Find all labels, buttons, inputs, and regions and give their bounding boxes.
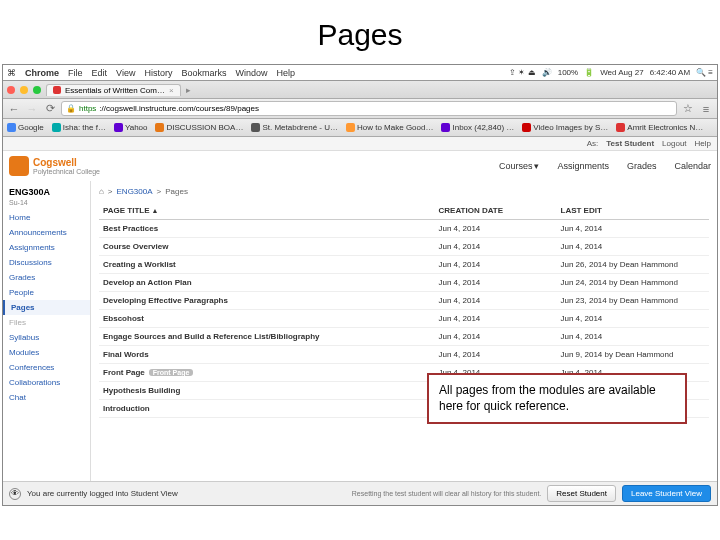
crumb-current: Pages — [165, 187, 188, 196]
nav-grades[interactable]: Grades — [627, 161, 657, 171]
table-row[interactable]: Develop an Action PlanJun 4, 2014Jun 24,… — [99, 274, 709, 292]
battery-icon: 🔋 — [584, 68, 594, 77]
slide-title: Pages — [0, 0, 720, 64]
logo-icon — [9, 156, 29, 176]
menu-window[interactable]: Window — [235, 68, 267, 78]
menu-bookmarks[interactable]: Bookmarks — [181, 68, 226, 78]
menu-view[interactable]: View — [116, 68, 135, 78]
table-row[interactable]: Creating a WorklistJun 4, 2014Jun 26, 20… — [99, 256, 709, 274]
sidebar-item-conferences[interactable]: Conferences — [3, 360, 90, 375]
tab-title: Essentials of Written Com… — [65, 86, 165, 95]
sidebar-item-announcements[interactable]: Announcements — [3, 225, 90, 240]
clock-date: Wed Aug 27 — [600, 68, 643, 77]
lock-icon: 🔒 — [66, 104, 76, 113]
nav-courses[interactable]: Courses ▾ — [499, 161, 540, 171]
back-icon[interactable]: ← — [7, 102, 21, 116]
bookmark-item[interactable]: Yahoo — [114, 123, 148, 132]
app-name: Chrome — [25, 68, 59, 78]
nav-assignments[interactable]: Assignments — [557, 161, 609, 171]
volume-icon: 🔊 — [542, 68, 552, 77]
annotation-callout: All pages from the modules are available… — [427, 373, 687, 424]
menu-icon[interactable]: ≡ — [699, 102, 713, 116]
close-icon[interactable] — [7, 86, 15, 94]
logout-link[interactable]: Logout — [662, 139, 686, 148]
new-tab-icon[interactable]: ▸ — [186, 85, 191, 95]
main-content: ⌂ > ENG300A > Pages PAGE TITLE CREATION … — [91, 181, 717, 481]
bookmark-item[interactable]: How to Make Good… — [346, 123, 433, 132]
front-page-badge: Front Page — [149, 369, 194, 376]
url-text: ://cogswell.instructure.com/courses/89/p… — [99, 104, 259, 113]
bookmark-item[interactable]: Google — [7, 123, 44, 132]
leave-student-view-button[interactable]: Leave Student View — [622, 485, 711, 502]
os-menubar: ⌘ Chrome File Edit View History Bookmark… — [3, 65, 717, 81]
clock-time: 6:42:40 AM — [650, 68, 690, 77]
bookmark-item[interactable]: Inbox (42,840) … — [441, 123, 514, 132]
address-bar[interactable]: 🔒 https ://cogswell.instructure.com/cour… — [61, 101, 677, 116]
menu-history[interactable]: History — [144, 68, 172, 78]
url-scheme: https — [79, 104, 96, 113]
bookmark-item[interactable]: Video Images by S… — [522, 123, 608, 132]
reload-icon[interactable]: ⟳ — [43, 102, 57, 116]
student-name: Test Student — [606, 139, 654, 148]
logo: Cogswell Polytechnical College — [9, 156, 100, 176]
apple-icon: ⌘ — [7, 68, 16, 78]
menu-file[interactable]: File — [68, 68, 83, 78]
brand-bar: Cogswell Polytechnical College Courses ▾… — [3, 151, 717, 181]
help-link[interactable]: Help — [695, 139, 711, 148]
table-row[interactable]: Developing Effective ParagraphsJun 4, 20… — [99, 292, 709, 310]
browser-tab[interactable]: Essentials of Written Com… × — [46, 84, 181, 96]
sidebar-item-modules[interactable]: Modules — [3, 345, 90, 360]
user-bar: As: Test Student Logout Help — [3, 137, 717, 151]
reset-student-button[interactable]: Reset Student — [547, 485, 616, 502]
sidebar-item-discussions[interactable]: Discussions — [3, 255, 90, 270]
maximize-icon[interactable] — [33, 86, 41, 94]
col-title[interactable]: PAGE TITLE — [99, 202, 435, 220]
sidebar-nav: HomeAnnouncementsAssignmentsDiscussionsG… — [3, 210, 90, 405]
table-row[interactable]: Final WordsJun 4, 2014Jun 9, 2014 by Dea… — [99, 346, 709, 364]
window-titlebar: Essentials of Written Com… × ▸ — [3, 81, 717, 99]
bookmark-item[interactable]: Amrit Electronics N… — [616, 123, 703, 132]
sidebar-item-people[interactable]: People — [3, 285, 90, 300]
sidebar-item-grades[interactable]: Grades — [3, 270, 90, 285]
sidebar-item-chat[interactable]: Chat — [3, 390, 90, 405]
col-edit[interactable]: LAST EDIT — [557, 202, 710, 220]
minimize-icon[interactable] — [20, 86, 28, 94]
menu-edit[interactable]: Edit — [92, 68, 108, 78]
sidebar-item-assignments[interactable]: Assignments — [3, 240, 90, 255]
bookmark-item[interactable]: Isha: the f… — [52, 123, 106, 132]
table-row[interactable]: Best PracticesJun 4, 2014Jun 4, 2014 — [99, 220, 709, 238]
sidebar-item-syllabus[interactable]: Syllabus — [3, 330, 90, 345]
table-row[interactable]: EbscohostJun 4, 2014Jun 4, 2014 — [99, 310, 709, 328]
home-icon[interactable]: ⌂ — [99, 187, 104, 196]
student-view-note: Resetting the test student will clear al… — [352, 490, 541, 497]
breadcrumb: ⌂ > ENG300A > Pages — [99, 185, 709, 202]
spotlight-icon[interactable]: 🔍 ≡ — [696, 68, 713, 77]
wifi-icon: ⇪ ✶ ⏏ — [509, 68, 535, 77]
sidebar-item-collaborations[interactable]: Collaborations — [3, 375, 90, 390]
as-label: As: — [587, 139, 599, 148]
page-body: As: Test Student Logout Help Cogswell Po… — [3, 137, 717, 505]
toolbar: ← → ⟳ 🔒 https ://cogswell.instructure.co… — [3, 99, 717, 119]
favicon-icon — [53, 86, 61, 94]
bookmark-item[interactable]: DISCUSSION BOA… — [155, 123, 243, 132]
eye-icon: 👁 — [9, 488, 21, 500]
forward-icon[interactable]: → — [25, 102, 39, 116]
sidebar-item-files[interactable]: Files — [3, 315, 90, 330]
course-code: ENG300A — [3, 185, 90, 199]
nav-calendar[interactable]: Calendar — [674, 161, 711, 171]
sidebar-item-home[interactable]: Home — [3, 210, 90, 225]
table-row[interactable]: Engage Sources and Build a Reference Lis… — [99, 328, 709, 346]
sidebar-item-pages[interactable]: Pages — [3, 300, 90, 315]
tab-close-icon[interactable]: × — [169, 86, 174, 95]
bookmark-item[interactable]: St. Metabdrené - U… — [251, 123, 338, 132]
col-date[interactable]: CREATION DATE — [435, 202, 557, 220]
zoom-level: 100% — [558, 68, 578, 77]
bookmark-star-icon[interactable]: ☆ — [681, 102, 695, 116]
crumb-course[interactable]: ENG300A — [117, 187, 153, 196]
logo-sub: Polytechnical College — [33, 168, 100, 175]
course-sidebar: ENG300A Su-14 HomeAnnouncementsAssignmen… — [3, 181, 91, 481]
global-nav: Courses ▾ Assignments Grades Calendar — [499, 161, 711, 171]
menu-help[interactable]: Help — [276, 68, 295, 78]
table-row[interactable]: Course OverviewJun 4, 2014Jun 4, 2014 — [99, 238, 709, 256]
browser-window: ⌘ Chrome File Edit View History Bookmark… — [2, 64, 718, 506]
